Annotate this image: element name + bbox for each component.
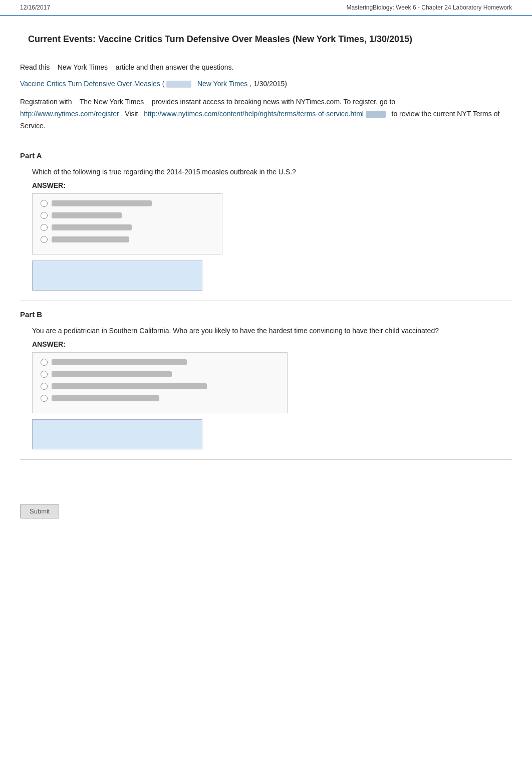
part-a-heading: Part A [20,151,512,160]
part-b-option-text-3 [52,383,207,389]
part-b-option-text-4 [52,395,159,401]
part-a-option-3[interactable] [41,224,214,231]
header-date: 12/16/2017 [20,4,50,11]
part-a-option-text-1 [52,200,152,206]
divider-1 [20,142,512,142]
part-b-answer-box [32,419,202,449]
part-a-option-2[interactable] [41,212,214,219]
part-a-option-text-3 [52,224,132,230]
part-a-question-block: Which of the following is true regarding… [20,167,512,291]
article-link-line: Vaccine Critics Turn Defensive Over Meas… [20,78,512,89]
part-a-option-text-4 [52,236,129,242]
part-b-option-1[interactable] [41,359,279,366]
nyt-link-in-title[interactable]: New York Times [197,80,247,88]
part-b-option-text-1 [52,359,187,365]
article-title: Current Events: Vaccine Critics Turn Def… [20,26,512,53]
register-url[interactable]: http://www.nytimes.com/register [20,110,119,118]
part-b-radio-1[interactable] [41,359,48,366]
read-this-label: Read this [20,63,50,71]
tos-blurred [366,111,386,118]
blurred-link-1 [166,81,191,88]
part-a-answer-label: ANSWER: [32,181,512,189]
divider-3 [20,459,512,460]
part-b-radio-2[interactable] [41,371,48,378]
divider-2 [20,301,512,301]
part-b-option-2[interactable] [41,371,279,378]
header-title: MasteringBiology: Week 6 - Chapter 24 La… [346,4,512,11]
reg-line3: . Visit [121,110,138,118]
part-a-radio-3[interactable] [41,224,48,231]
part-b-option-4[interactable] [41,395,279,402]
part-b-radio-3[interactable] [41,383,48,390]
part-a-question: Which of the following is true regarding… [32,167,512,177]
part-b-options [32,352,288,413]
part-b-answer-label: ANSWER: [32,340,512,348]
part-b-question-block: You are a pediatrician in Southern Calif… [20,326,512,449]
part-a-radio-1[interactable] [41,200,48,207]
nyt-label-intro: New York Times [58,63,108,71]
part-b-option-text-2 [52,371,172,377]
part-a-radio-2[interactable] [41,212,48,219]
reg-line2: provides instant access to breaking news… [152,98,395,106]
part-b-heading: Part B [20,310,512,319]
article-link-date: , 1/30/2015) [249,80,287,88]
part-b-radio-4[interactable] [41,395,48,402]
article-word: article and then answer the questions. [116,63,234,71]
submit-button[interactable]: Submit [20,504,59,518]
part-a-options [32,193,222,254]
part-a-option-1[interactable] [41,200,214,207]
bottom-area: Submit [0,479,532,549]
reg-nyt: The New York Times [80,98,144,106]
tos-url[interactable]: http://www.nytimes.com/content/help/righ… [144,110,364,118]
part-a-section: Part A Which of the following is true re… [20,151,512,291]
part-b-section: Part B You are a pediatrician in Souther… [20,310,512,449]
article-link[interactable]: Vaccine Critics Turn Defensive Over Meas… [20,80,164,88]
main-content: Current Events: Vaccine Critics Turn Def… [0,16,532,479]
part-b-option-3[interactable] [41,383,279,390]
page-header: 12/16/2017 MasteringBiology: Week 6 - Ch… [0,0,532,16]
registration-text: Registration with The New York Times pro… [20,96,512,132]
part-a-option-4[interactable] [41,236,214,243]
part-a-answer-box [32,260,202,291]
part-b-question: You are a pediatrician in Southern Calif… [32,326,512,336]
part-a-radio-4[interactable] [41,236,48,243]
intro-text: Read this New York Times article and the… [20,62,512,73]
reg-line1: Registration with [20,98,72,106]
part-a-option-text-2 [52,212,122,218]
